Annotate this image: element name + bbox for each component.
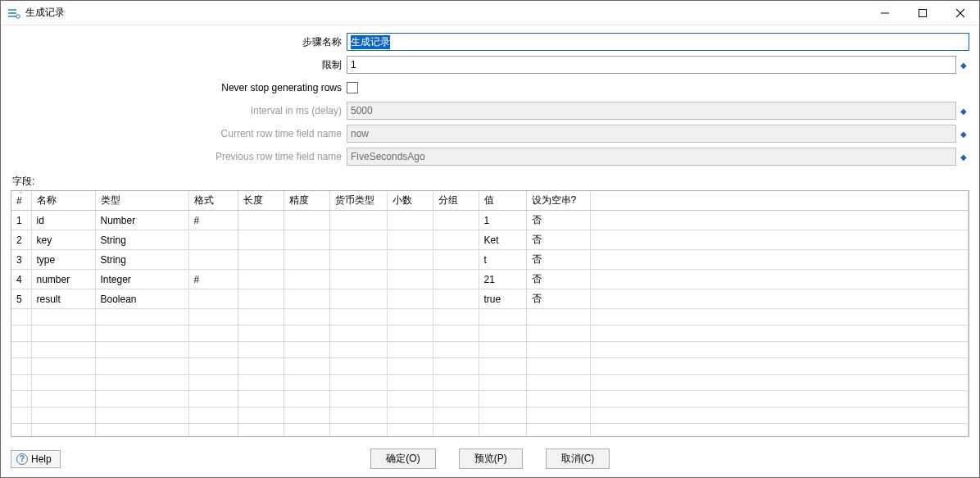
never-stop-label: Never stop generating rows [11, 82, 347, 93]
cell-name[interactable]: id [31, 211, 95, 230]
cell-type[interactable]: Number [95, 211, 188, 230]
cell-value[interactable]: 21 [479, 270, 526, 289]
preview-button[interactable]: 预览(P) [459, 448, 523, 469]
cell-name[interactable]: number [31, 270, 95, 289]
cell-value[interactable]: t [479, 250, 526, 270]
help-button[interactable]: ? Help [11, 450, 61, 468]
cell-setempty[interactable]: 否 [526, 289, 590, 309]
cell-group[interactable] [433, 211, 479, 230]
cell-currency[interactable] [329, 250, 387, 270]
svg-point-3 [16, 14, 20, 17]
cell-precision[interactable] [284, 250, 329, 270]
cell-type[interactable]: Boolean [95, 289, 188, 309]
cell-decimal[interactable] [387, 211, 433, 230]
cell-setempty[interactable]: 否 [526, 211, 590, 230]
cell-filler [590, 211, 969, 230]
interval-variable-icon[interactable]: ◆ [958, 102, 969, 120]
minimize-button[interactable] [866, 1, 904, 25]
cell-filler [590, 250, 969, 270]
cell-name[interactable]: result [31, 289, 95, 309]
previous-row-time-variable-icon[interactable]: ◆ [958, 148, 969, 166]
cell-type[interactable]: Integer [95, 270, 188, 289]
cell-currency[interactable] [329, 289, 387, 309]
cell-precision[interactable] [284, 270, 329, 289]
cell-currency[interactable] [329, 230, 387, 250]
table-row-empty[interactable] [11, 358, 969, 375]
never-stop-checkbox[interactable] [347, 82, 358, 93]
cell-length[interactable] [238, 230, 284, 250]
ok-button[interactable]: 确定(O) [370, 448, 435, 469]
col-name[interactable]: 名称 [31, 191, 95, 211]
current-row-time-variable-icon[interactable]: ◆ [958, 125, 969, 143]
col-decimal[interactable]: 小数 [387, 191, 433, 211]
cell-type[interactable]: String [95, 230, 188, 250]
cancel-button[interactable]: 取消(C) [546, 448, 610, 469]
cell-precision[interactable] [284, 289, 329, 309]
cell-group[interactable] [433, 270, 479, 289]
table-row-empty[interactable] [11, 407, 969, 424]
col-setempty[interactable]: 设为空串? [526, 191, 590, 211]
interval-label: Interval in ms (delay) [11, 105, 347, 116]
table-row[interactable]: 4numberInteger#21否 [11, 270, 969, 289]
cell-format[interactable]: # [188, 270, 238, 289]
cell-precision[interactable] [284, 211, 329, 230]
cell-length[interactable] [238, 211, 284, 230]
cell-value[interactable]: Ket [479, 230, 526, 250]
cell-precision[interactable] [284, 230, 329, 250]
cell-value[interactable]: true [479, 289, 526, 309]
cell-index: 3 [11, 250, 31, 270]
cell-decimal[interactable] [387, 250, 433, 270]
col-length[interactable]: 长度 [238, 191, 284, 211]
col-value[interactable]: 值 [479, 191, 526, 211]
limit-variable-icon[interactable]: ◆ [958, 56, 969, 74]
table-row-empty[interactable] [11, 342, 969, 358]
cell-type[interactable]: String [95, 250, 188, 270]
cell-format[interactable] [188, 289, 238, 309]
close-button[interactable] [941, 1, 979, 25]
table-row-empty[interactable] [11, 391, 969, 407]
cell-length[interactable] [238, 250, 284, 270]
table-row[interactable]: 2keyStringKet否 [11, 230, 969, 250]
cell-decimal[interactable] [387, 230, 433, 250]
col-precision[interactable]: 精度 [284, 191, 329, 211]
interval-input [347, 102, 956, 120]
cell-setempty[interactable]: 否 [526, 250, 590, 270]
limit-input[interactable] [347, 56, 956, 74]
cell-setempty[interactable]: 否 [526, 270, 590, 289]
cell-decimal[interactable] [387, 270, 433, 289]
cell-format[interactable] [188, 230, 238, 250]
table-row-empty[interactable] [11, 375, 969, 391]
cell-length[interactable] [238, 270, 284, 289]
table-row[interactable]: 5resultBooleantrue否 [11, 289, 969, 309]
previous-row-time-label: Previous row time field name [11, 151, 347, 162]
cell-currency[interactable] [329, 211, 387, 230]
cell-value[interactable]: 1 [479, 211, 526, 230]
col-type[interactable]: 类型 [95, 191, 188, 211]
cell-setempty[interactable]: 否 [526, 230, 590, 250]
cell-decimal[interactable] [387, 289, 433, 309]
col-currency[interactable]: 货币类型 [329, 191, 387, 211]
col-group[interactable]: 分组 [433, 191, 479, 211]
cell-currency[interactable] [329, 270, 387, 289]
maximize-button[interactable] [904, 1, 941, 25]
cell-length[interactable] [238, 289, 284, 309]
fields-grid[interactable]: ^# 名称 类型 格式 长度 精度 货币类型 小数 分组 值 设为空串? 1id… [11, 190, 969, 437]
cell-name[interactable]: type [31, 250, 95, 270]
cell-group[interactable] [433, 250, 479, 270]
col-index[interactable]: ^# [11, 191, 31, 211]
cell-group[interactable] [433, 230, 479, 250]
cell-filler [590, 270, 969, 289]
cell-format[interactable] [188, 250, 238, 270]
table-row-empty[interactable] [11, 309, 969, 325]
table-row[interactable]: 1idNumber#1否 [11, 211, 969, 230]
col-format[interactable]: 格式 [188, 191, 238, 211]
cell-name[interactable]: key [31, 230, 95, 250]
cell-index: 1 [11, 211, 31, 230]
step-name-input[interactable] [347, 33, 969, 51]
cell-group[interactable] [433, 289, 479, 309]
table-row[interactable]: 3typeStringt否 [11, 250, 969, 270]
cell-format[interactable]: # [188, 211, 238, 230]
fields-section-label: 字段: [1, 173, 979, 190]
table-row-empty[interactable] [11, 325, 969, 342]
table-row-empty[interactable] [11, 424, 969, 438]
